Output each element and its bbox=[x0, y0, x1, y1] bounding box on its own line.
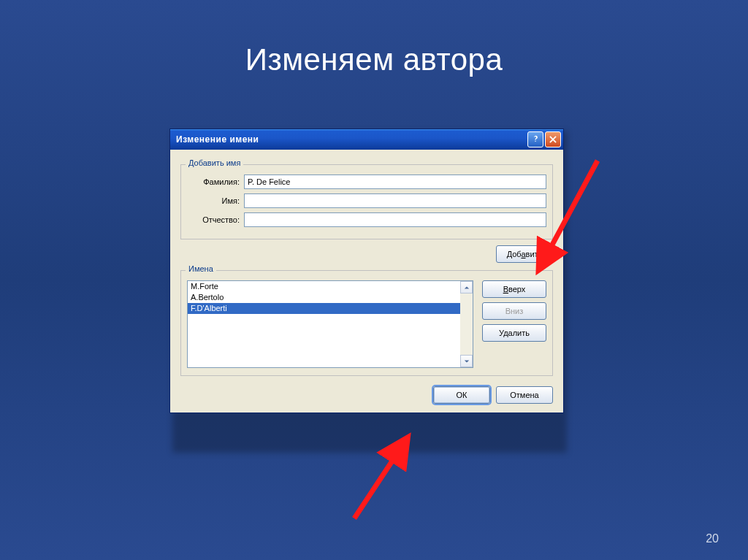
window-title: Изменение имени bbox=[176, 134, 526, 145]
scroll-up-button[interactable] bbox=[460, 281, 473, 294]
group-add-legend: Добавить имя bbox=[186, 158, 243, 167]
help-button[interactable] bbox=[527, 131, 543, 147]
surname-label: Фамилия: bbox=[187, 177, 244, 186]
list-item[interactable]: M.Forte bbox=[188, 281, 460, 292]
list-item[interactable]: A.Bertolo bbox=[188, 292, 460, 303]
list-item[interactable]: F.D'Alberti bbox=[188, 303, 460, 314]
up-button-hotkey: В bbox=[503, 285, 508, 294]
group-names: Имена M.ForteA.BertoloF.D'Alberti bbox=[180, 270, 553, 376]
group-names-legend: Имена bbox=[186, 264, 216, 273]
scroll-down-button[interactable] bbox=[460, 355, 473, 367]
titlebar[interactable]: Изменение имени bbox=[170, 129, 563, 150]
up-button-suffix: верх bbox=[508, 285, 525, 294]
list-inner: M.ForteA.BertoloF.D'Alberti bbox=[188, 281, 460, 367]
delete-button[interactable]: Удалить bbox=[482, 324, 546, 342]
down-button[interactable]: Вниз bbox=[482, 302, 546, 320]
close-icon bbox=[548, 134, 558, 145]
side-buttons: Вверх Вниз Удалить bbox=[482, 280, 546, 368]
patronymic-label: Отчество: bbox=[187, 215, 244, 224]
close-button[interactable] bbox=[545, 131, 561, 147]
chevron-down-icon bbox=[464, 358, 470, 364]
firstname-input[interactable] bbox=[244, 193, 546, 208]
scrollbar[interactable] bbox=[460, 281, 473, 367]
names-listbox[interactable]: M.ForteA.BertoloF.D'Alberti bbox=[187, 280, 473, 368]
cancel-button[interactable]: Отмена bbox=[496, 386, 553, 404]
add-button-suffix: вить bbox=[526, 250, 543, 258]
firstname-label: Имя: bbox=[187, 196, 244, 205]
slide-title: Изменяем автора bbox=[0, 0, 748, 77]
patronymic-input[interactable] bbox=[244, 212, 546, 227]
add-button-prefix: Доб bbox=[507, 250, 522, 258]
surname-input[interactable] bbox=[244, 174, 546, 189]
slide-number: 20 bbox=[706, 532, 719, 545]
ok-button[interactable]: ОК bbox=[433, 386, 490, 404]
scroll-track[interactable] bbox=[460, 294, 473, 355]
dialog-body: Добавить имя Фамилия: Имя: Отчество: Доб… bbox=[170, 150, 563, 413]
help-icon bbox=[530, 134, 541, 145]
edit-name-dialog: Изменение имени Добавить имя Фамилия: Им… bbox=[169, 129, 564, 413]
up-button[interactable]: Вверх bbox=[482, 280, 546, 298]
add-button[interactable]: Добавить bbox=[496, 245, 553, 263]
group-add-name: Добавить имя Фамилия: Имя: Отчество: bbox=[180, 164, 553, 239]
chevron-up-icon bbox=[464, 285, 470, 291]
